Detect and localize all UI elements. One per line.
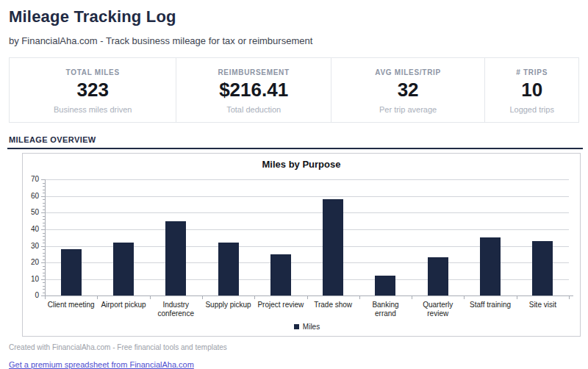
y-minor-tick bbox=[43, 236, 45, 237]
y-minor-tick bbox=[43, 286, 45, 287]
x-axis-tick bbox=[150, 296, 151, 299]
y-minor-tick bbox=[43, 259, 45, 260]
bar-industry-conference bbox=[165, 221, 186, 296]
stat-value: 323 bbox=[14, 80, 171, 100]
page-footer: Created with FinancialAha.com - Free fin… bbox=[9, 343, 579, 369]
y-minor-tick bbox=[43, 219, 45, 220]
bar-staff-training bbox=[480, 237, 501, 295]
y-minor-tick bbox=[43, 253, 45, 254]
y-minor-tick bbox=[43, 256, 45, 257]
bar-quarterly-review bbox=[428, 257, 448, 295]
bar-trade-show bbox=[323, 199, 343, 295]
stat-value: 32 bbox=[336, 80, 480, 100]
x-axis-tick bbox=[45, 296, 46, 299]
bar-project-review bbox=[270, 254, 291, 295]
x-axis-tick bbox=[97, 296, 98, 299]
x-axis-label: Supply pickup bbox=[202, 301, 254, 309]
stat-sublabel: Logged trips bbox=[490, 105, 574, 114]
y-minor-tick bbox=[43, 273, 45, 273]
y-minor-tick bbox=[43, 249, 45, 250]
x-axis-label: Staff training bbox=[464, 301, 516, 309]
section-title-mileage-overview: MILEAGE OVERVIEW bbox=[9, 135, 579, 144]
x-axis-tick bbox=[464, 296, 465, 299]
bar-banking-errand bbox=[375, 276, 395, 295]
stat-value: $216.41 bbox=[181, 80, 326, 100]
stat-card-reimbursement: REIMBURSEMENT $216.41 Total deduction bbox=[176, 58, 330, 122]
y-minor-tick bbox=[43, 266, 45, 267]
y-minor-tick bbox=[43, 282, 45, 283]
y-major-tick bbox=[41, 179, 45, 180]
gridline bbox=[45, 179, 569, 180]
y-major-tick bbox=[41, 229, 45, 230]
x-axis-label: Banking errand bbox=[359, 301, 412, 318]
stat-card-avg-miles: AVG MILES/TRIP 32 Per trip average bbox=[331, 58, 484, 122]
stat-card-total-miles: TOTAL MILES 323 Business miles driven bbox=[10, 58, 176, 122]
y-minor-tick bbox=[43, 209, 45, 210]
y-axis-tick-label: 50 bbox=[20, 208, 39, 216]
page-subtitle: by FinancialAha.com - Track business mil… bbox=[9, 35, 579, 46]
x-axis-tick bbox=[517, 296, 517, 299]
y-minor-tick bbox=[43, 233, 45, 234]
bar-supply-pickup bbox=[218, 243, 239, 295]
stat-sublabel: Total deduction bbox=[181, 105, 326, 114]
y-major-tick bbox=[41, 212, 45, 213]
y-minor-tick bbox=[43, 289, 45, 290]
stats-row: TOTAL MILES 323 Business miles driven RE… bbox=[9, 57, 579, 123]
stat-sublabel: Business miles driven bbox=[14, 105, 171, 114]
x-axis-label: Site visit bbox=[517, 301, 569, 309]
y-minor-tick bbox=[43, 190, 45, 190]
stat-label: TOTAL MILES bbox=[14, 68, 171, 76]
page-title: Mileage Tracking Log bbox=[9, 7, 579, 26]
stat-card-trips: # TRIPS 10 Logged trips bbox=[484, 58, 578, 122]
y-minor-tick bbox=[43, 193, 45, 193]
miles-by-purpose-chart: Miles by Purpose Miles 010203040506070Cl… bbox=[22, 153, 581, 337]
y-minor-tick bbox=[43, 276, 45, 276]
bar-airport-pickup bbox=[113, 243, 134, 295]
y-minor-tick bbox=[43, 243, 45, 243]
y-minor-tick bbox=[43, 203, 45, 204]
y-minor-tick bbox=[43, 240, 45, 240]
x-axis-label: Project review bbox=[254, 301, 306, 309]
bar-site-visit bbox=[532, 241, 553, 295]
x-axis-tick bbox=[412, 296, 412, 299]
x-axis-tick bbox=[254, 296, 255, 299]
legend-swatch-icon bbox=[294, 324, 299, 329]
gridline bbox=[45, 212, 569, 213]
legend-label: Miles bbox=[303, 323, 320, 331]
x-axis-tick bbox=[202, 296, 203, 299]
y-axis-tick-label: 30 bbox=[20, 242, 39, 250]
y-axis-tick-label: 0 bbox=[20, 291, 39, 299]
y-axis-tick-label: 60 bbox=[20, 192, 39, 200]
stat-label: REIMBURSEMENT bbox=[181, 68, 326, 76]
y-minor-tick bbox=[43, 186, 45, 187]
y-minor-tick bbox=[43, 223, 45, 223]
x-axis-tick bbox=[359, 296, 360, 299]
premium-spreadsheet-link[interactable]: Get a premium spreadsheet from Financial… bbox=[9, 360, 194, 369]
y-axis-tick-label: 40 bbox=[20, 225, 39, 233]
y-minor-tick bbox=[43, 226, 45, 226]
y-major-tick bbox=[41, 262, 45, 263]
stat-label: AVG MILES/TRIP bbox=[336, 68, 480, 76]
footer-credit: Created with FinancialAha.com - Free fin… bbox=[9, 343, 579, 351]
page-header: Mileage Tracking Log by FinancialAha.com… bbox=[0, 0, 588, 46]
y-axis-tick-label: 20 bbox=[20, 258, 39, 266]
x-axis-tick bbox=[569, 296, 570, 299]
stat-sublabel: Per trip average bbox=[336, 105, 480, 114]
x-axis-label: Client meeting bbox=[45, 301, 97, 309]
y-minor-tick bbox=[43, 199, 45, 200]
y-minor-tick bbox=[43, 269, 45, 270]
x-axis-tick bbox=[307, 296, 308, 299]
y-minor-tick bbox=[43, 293, 45, 293]
y-axis-tick-label: 10 bbox=[20, 275, 39, 283]
y-axis-tick-label: 70 bbox=[20, 175, 39, 183]
y-major-tick bbox=[41, 279, 45, 280]
bar-client-meeting bbox=[61, 249, 82, 295]
y-minor-tick bbox=[43, 216, 45, 217]
stat-value: 10 bbox=[490, 80, 574, 100]
y-minor-tick bbox=[43, 206, 45, 207]
x-axis-label: Trade show bbox=[307, 301, 359, 309]
y-minor-tick bbox=[43, 183, 45, 184]
x-axis bbox=[42, 295, 573, 296]
y-major-tick bbox=[41, 246, 45, 247]
chart-title: Miles by Purpose bbox=[23, 159, 580, 170]
